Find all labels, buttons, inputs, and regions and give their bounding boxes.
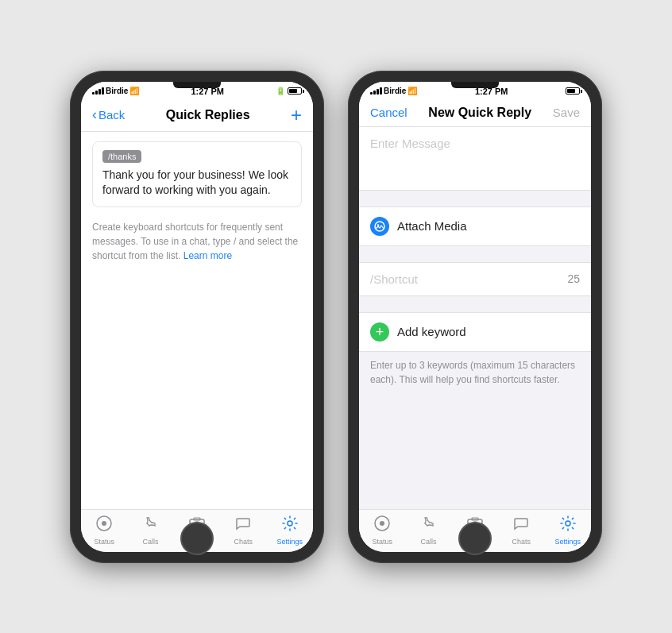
battery-fill-2	[567, 89, 575, 93]
phone-1: Birdie 📶 1:27 PM 🔋 ‹ Back Quick Replies	[70, 71, 324, 563]
signal-bars-2	[370, 87, 382, 95]
tab-calls-label: Calls	[143, 538, 159, 546]
shortcut-placeholder: /Shortcut	[370, 272, 418, 286]
tab2-chats[interactable]: Chats	[501, 515, 541, 546]
battery-fill-1	[289, 89, 297, 93]
message-placeholder: Enter Message	[370, 137, 450, 150]
wifi-icon-2: 📶	[407, 87, 417, 95]
chats-tab-icon	[234, 515, 252, 536]
nav-bar-1: ‹ Back Quick Replies +	[81, 99, 313, 132]
phone-1-top-bar	[173, 82, 221, 88]
shortcut-char-count: 25	[567, 272, 580, 285]
add-keyword-button[interactable]: + Add keyword	[359, 312, 591, 352]
status-left-1: Birdie 📶	[92, 87, 139, 95]
calls-tab-icon	[142, 515, 160, 536]
battery-percent-1: 🔋	[276, 87, 285, 95]
add-keyword-icon: +	[370, 322, 389, 342]
tab2-settings-label: Settings	[554, 538, 581, 546]
tab-status[interactable]: Status	[84, 515, 124, 546]
cancel-button[interactable]: Cancel	[370, 106, 407, 119]
phone-2-screen: Birdie 📶 1:27 PM Cancel New Quick Reply …	[359, 82, 591, 552]
signal-bar-4	[102, 87, 104, 95]
attach-media-icon	[370, 217, 389, 236]
gap-3	[359, 296, 591, 312]
svg-point-6	[375, 222, 384, 231]
qr-tag: /thanks	[102, 150, 141, 163]
battery-icon-2	[566, 87, 580, 95]
form-section: Enter Message Attach Media	[359, 127, 591, 509]
nav-title-1: Quick Replies	[125, 108, 291, 122]
signal-bars-1	[92, 87, 104, 95]
nav-title-2: New Quick Reply	[407, 106, 553, 120]
back-chevron-icon: ‹	[92, 106, 97, 123]
screen-content-1: /thanks Thank you for your business! We …	[81, 132, 313, 509]
tab-chats[interactable]: Chats	[223, 515, 263, 546]
tab2-status[interactable]: Status	[362, 515, 402, 546]
phone-1-home-button[interactable]	[180, 522, 214, 555]
status-left-2: Birdie 📶	[370, 87, 417, 95]
chats2-tab-icon	[512, 515, 530, 536]
settings-tab-icon	[281, 515, 299, 536]
phone-2: Birdie 📶 1:27 PM Cancel New Quick Reply …	[348, 71, 602, 563]
save-button[interactable]: Save	[553, 106, 580, 119]
attach-media-button[interactable]: Attach Media	[359, 206, 591, 246]
status-tab-icon	[95, 515, 113, 536]
svg-point-13	[566, 521, 570, 526]
tab2-chats-label: Chats	[512, 538, 531, 546]
gap-1	[359, 191, 591, 206]
carrier-1: Birdie	[106, 87, 128, 95]
quick-reply-item[interactable]: /thanks Thank you for your business! We …	[92, 141, 302, 207]
battery-icon-1	[288, 87, 302, 95]
status-right-1: 🔋	[276, 87, 302, 95]
phone-2-top-bar	[451, 82, 499, 88]
tab-settings-label: Settings	[276, 538, 303, 546]
tab-calls[interactable]: Calls	[131, 515, 171, 546]
status2-tab-icon	[373, 515, 391, 536]
signal-bar2-4	[380, 87, 382, 95]
add-keyword-label: Add keyword	[397, 325, 466, 338]
add-quick-reply-button[interactable]: +	[291, 106, 302, 125]
carrier-2: Birdie	[384, 87, 406, 95]
tab-settings[interactable]: Settings	[270, 515, 310, 546]
tab2-status-label: Status	[372, 538, 392, 546]
wifi-icon-1: 📶	[129, 87, 139, 95]
svg-point-1	[102, 521, 106, 526]
phone-2-home-button[interactable]	[458, 522, 492, 555]
tab-chats-label: Chats	[234, 538, 253, 546]
svg-point-7	[377, 224, 379, 226]
signal-bar2-2	[373, 91, 376, 95]
tab2-calls-label: Calls	[421, 538, 437, 546]
scene: Birdie 📶 1:27 PM 🔋 ‹ Back Quick Replies	[38, 39, 634, 595]
message-area[interactable]: Enter Message	[359, 127, 591, 191]
back-label: Back	[98, 108, 125, 122]
svg-point-5	[288, 521, 292, 526]
nav-bar-2: Cancel New Quick Reply Save	[359, 99, 591, 127]
signal-bar-2	[95, 91, 98, 95]
attach-media-label: Attach Media	[397, 219, 467, 233]
status-right-2	[566, 87, 580, 95]
keyword-help-text: Enter up to 3 keywords (maximum 15 chara…	[359, 352, 591, 393]
svg-point-9	[380, 521, 384, 526]
signal-bar2-1	[370, 92, 373, 95]
phone-1-screen: Birdie 📶 1:27 PM 🔋 ‹ Back Quick Replies	[81, 82, 313, 552]
tab2-settings[interactable]: Settings	[548, 515, 588, 546]
learn-more-link[interactable]: Learn more	[183, 250, 232, 261]
signal-bar-1	[92, 92, 95, 95]
signal-bar2-3	[377, 89, 379, 95]
settings2-tab-icon	[559, 515, 577, 536]
back-button[interactable]: ‹ Back	[92, 107, 125, 123]
shortcut-field[interactable]: /Shortcut 25	[359, 262, 591, 296]
qr-message: Thank you for your business! We look for…	[93, 168, 301, 206]
tab2-calls[interactable]: Calls	[409, 515, 449, 546]
help-text: Create keyboard shortcuts for frequently…	[81, 214, 313, 269]
gap-2	[359, 246, 591, 262]
tab-status-label: Status	[94, 538, 114, 546]
calls2-tab-icon	[420, 515, 438, 536]
signal-bar-3	[98, 89, 101, 95]
